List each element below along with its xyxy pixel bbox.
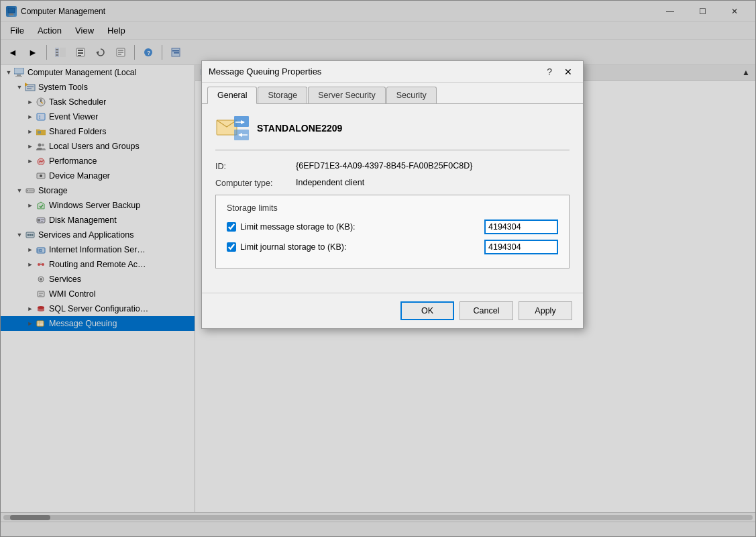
limit-message-label: Limit message storage to (KB): [240,222,484,232]
dialog-title: Message Queuing Properties [209,66,544,77]
storage-limits-title: Storage limits [227,203,558,213]
ok-button[interactable]: OK [400,301,454,320]
limit-message-row: Limit message storage to (KB): [227,219,558,234]
id-value: {6EFD71E3-4A09-4397-8B45-FA00B25F0C8D} [296,161,472,170]
apply-button[interactable]: Apply [519,301,572,320]
msmq-queue-icon [215,115,248,142]
msmq-header: STANDALONE2209 [215,115,570,150]
cancel-button[interactable]: Cancel [460,301,513,320]
storage-limits-group: Storage limits Limit message storage to … [215,195,570,268]
dialog-general-tab-content: STANDALONE2209 ID: {6EFD71E3-4A09-4397-8… [202,103,583,293]
dialog-title-controls: ? ✕ [544,64,576,80]
tab-general[interactable]: General [207,87,257,104]
limit-journal-input[interactable] [484,240,558,254]
limit-journal-row: Limit journal storage to (KB): [227,240,558,254]
computer-type-row: Computer type: Independent client [215,178,570,188]
msmq-hostname: STANDALONE2209 [257,123,342,134]
id-row: ID: {6EFD71E3-4A09-4397-8B45-FA00B25F0C8… [215,161,570,171]
dialog-message-queuing-properties: Message Queuing Properties ? ✕ General S… [201,60,584,329]
dialog-help-icon[interactable]: ? [544,65,555,79]
limit-journal-label: Limit journal storage to (KB): [240,242,484,252]
dialog-title-bar: Message Queuing Properties ? ✕ [202,61,583,83]
tab-server-security[interactable]: Server Security [308,87,385,103]
limit-message-input[interactable] [484,219,558,234]
computer-type-label: Computer type: [215,178,296,188]
tab-bar: General Storage Server Security Security [202,83,583,103]
limit-journal-checkbox[interactable] [227,242,236,252]
modal-overlay: Message Queuing Properties ? ✕ General S… [0,0,756,537]
dialog-footer: OK Cancel Apply [202,293,583,328]
dialog-close-button[interactable]: ✕ [560,64,576,80]
tab-security[interactable]: Security [386,87,437,103]
computer-type-value: Independent client [296,178,364,187]
tab-storage[interactable]: Storage [258,87,307,103]
limit-message-checkbox[interactable] [227,222,236,232]
id-label: ID: [215,161,296,171]
